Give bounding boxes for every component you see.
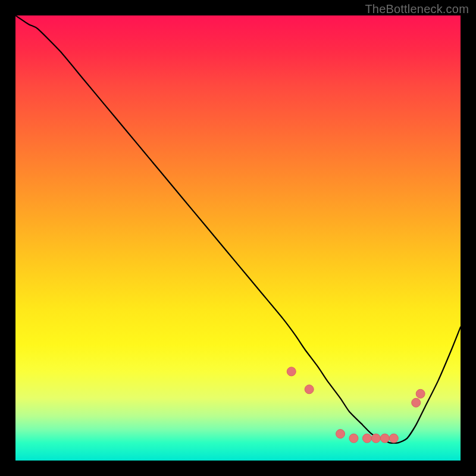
marker-point xyxy=(349,434,358,443)
marker-point xyxy=(371,434,380,443)
marker-point xyxy=(380,434,389,443)
markers-group xyxy=(287,367,425,443)
marker-point xyxy=(305,385,314,394)
chart-overlay xyxy=(15,15,461,461)
curve-line xyxy=(15,15,461,443)
marker-point xyxy=(416,389,425,398)
marker-point xyxy=(287,367,296,376)
marker-point xyxy=(389,434,398,443)
marker-point xyxy=(362,434,371,443)
marker-point xyxy=(412,398,421,407)
attribution-text: TheBottleneck.com xyxy=(365,2,469,16)
marker-point xyxy=(336,430,345,439)
plot-area xyxy=(15,15,461,461)
